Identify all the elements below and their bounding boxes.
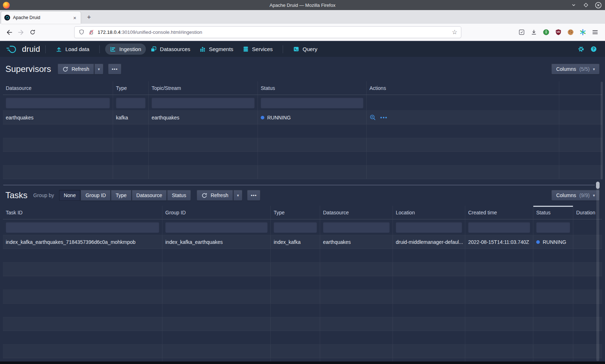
menu-button[interactable]: [589, 27, 601, 38]
forward-button[interactable]: [15, 27, 27, 38]
column-header[interactable]: Group ID: [162, 206, 271, 219]
new-tab-button[interactable]: +: [84, 12, 94, 23]
nav-item-datasources[interactable]: Datasources: [146, 44, 195, 55]
status-filter-input[interactable]: [261, 97, 363, 108]
column-header[interactable]: Created time: [465, 206, 533, 219]
green-extension-icon[interactable]: [540, 27, 552, 38]
close-button[interactable]: [593, 0, 603, 10]
datasource-filter-input[interactable]: [6, 97, 110, 108]
reload-button[interactable]: [27, 27, 38, 38]
column-header[interactable]: Datasource: [320, 206, 393, 219]
column-header[interactable]: Location: [393, 206, 465, 219]
group-by-none-button[interactable]: None: [59, 190, 80, 201]
empty-cell: [320, 290, 393, 303]
cookie-extension-icon[interactable]: [565, 27, 576, 38]
column-header[interactable]: Topic/Stream: [149, 81, 258, 95]
minimize-button[interactable]: [569, 0, 578, 10]
tasks-columns-button[interactable]: Columns (9/9) ▾: [551, 190, 600, 201]
hamburger-icon: [591, 28, 599, 36]
actions-cell: •••: [367, 111, 559, 124]
supervisors-refresh-caret-button[interactable]: ▾: [94, 64, 104, 74]
empty-cell: [271, 263, 320, 276]
supervisors-columns-button[interactable]: Columns (5/5) ▾: [551, 64, 600, 74]
supervisor-row[interactable]: earthquakes kafka earthquakes RUNNING ••…: [3, 111, 602, 124]
column-header[interactable]: Type: [271, 206, 320, 219]
column-header-sorted[interactable]: Status: [533, 206, 573, 219]
topic-cell: earthquakes: [149, 111, 258, 124]
browser-tab[interactable]: Apache Druid ×: [1, 12, 81, 24]
columns-label: Columns: [556, 66, 576, 72]
datasource-filter-input[interactable]: [323, 222, 390, 233]
druid-brand[interactable]: druid: [6, 45, 40, 54]
status-dot: [536, 240, 540, 244]
nav-item-load-data[interactable]: Load data: [51, 44, 94, 55]
empty-cell: [559, 138, 602, 151]
location-cell: druid-middlemanager-defaul...: [393, 235, 465, 249]
window-title: Apache Druid — Mozilla Firefox: [0, 3, 605, 8]
ublock-extension-icon[interactable]: UD: [552, 27, 564, 38]
table-empty-row: [3, 317, 602, 331]
nav-item-label: Services: [252, 46, 273, 52]
supervisors-scrollbar-track[interactable]: [601, 82, 603, 179]
help-icon[interactable]: ?: [590, 46, 597, 53]
downloads-button[interactable]: [528, 27, 539, 38]
tasks-refresh-group: Refresh ▾: [197, 190, 243, 201]
empty-cell: [393, 304, 465, 317]
location-filter-input[interactable]: [396, 222, 462, 233]
settings-gear-icon[interactable]: [578, 46, 584, 53]
section-divider: [3, 185, 595, 185]
empty-cell: [162, 263, 271, 276]
url-bar[interactable]: 172.18.0.4:30109/unified-console.html#in…: [74, 26, 461, 38]
group-by-datasource-button[interactable]: Datasource: [132, 190, 167, 201]
tasks-scrollbar-thumb[interactable]: [596, 182, 600, 189]
table-empty-row: [3, 276, 602, 290]
maximize-button[interactable]: [581, 0, 591, 10]
tasks-scrollbar-track[interactable]: [596, 182, 599, 361]
insecure-lock-icon[interactable]: [88, 29, 95, 36]
nav-item-services[interactable]: Services: [238, 44, 278, 55]
group-id-filter-input[interactable]: [165, 222, 268, 233]
group-by-type-button[interactable]: Type: [111, 190, 131, 201]
inspect-icon[interactable]: [369, 114, 376, 121]
tasks-refresh-button[interactable]: Refresh: [197, 190, 233, 201]
filler-cell: [559, 95, 602, 110]
row-more-icon[interactable]: •••: [380, 115, 388, 120]
empty-cell: [3, 331, 162, 344]
group-by-group-id-button[interactable]: Group ID: [81, 190, 111, 201]
tasks-more-button[interactable]: •••: [247, 190, 260, 201]
task-id-filter-input[interactable]: [6, 222, 159, 233]
column-header[interactable]: Task ID: [3, 206, 162, 219]
shield-icon[interactable]: [78, 29, 85, 36]
type-filter-input[interactable]: [274, 222, 317, 233]
empty-cell: [3, 317, 162, 331]
bookmark-star-icon[interactable]: ☆: [452, 28, 457, 36]
asterisk-extension-icon[interactable]: [577, 27, 588, 38]
column-header[interactable]: Datasource: [3, 81, 113, 95]
supervisors-more-button[interactable]: •••: [108, 64, 121, 74]
back-button[interactable]: [4, 27, 15, 38]
column-header[interactable]: Status: [258, 81, 367, 95]
nav-item-query[interactable]: Query: [288, 44, 322, 55]
datasources-icon: [151, 46, 157, 52]
empty-cell: [393, 276, 465, 290]
column-header[interactable]: Actions: [367, 81, 559, 95]
status-filter-input[interactable]: [536, 222, 570, 233]
empty-cell: [271, 276, 320, 290]
columns-label: Columns: [556, 192, 576, 198]
table-empty-row: [3, 304, 602, 317]
tab-close-icon[interactable]: ×: [72, 15, 77, 21]
supervisors-refresh-button[interactable]: Refresh: [58, 64, 94, 74]
task-row[interactable]: index_kafka_earthquakes_7184357396d6c0a_…: [3, 235, 602, 249]
created-time-filter-input[interactable]: [468, 222, 530, 233]
nav-item-segments[interactable]: Segments: [195, 44, 238, 55]
topic-filter-input[interactable]: [152, 97, 255, 108]
empty-cell: [113, 165, 149, 179]
nav-item-ingestion[interactable]: Ingestion: [105, 44, 146, 55]
type-filter-input[interactable]: [116, 97, 145, 108]
shield-check-extension-icon[interactable]: [516, 27, 527, 38]
tasks-refresh-caret-button[interactable]: ▾: [233, 190, 243, 201]
window-titlebar: Apache Druid — Mozilla Firefox: [0, 0, 605, 10]
group-by-status-button[interactable]: Status: [167, 190, 191, 201]
column-header[interactable]: Type: [113, 81, 149, 95]
table-empty-row: [3, 345, 602, 358]
